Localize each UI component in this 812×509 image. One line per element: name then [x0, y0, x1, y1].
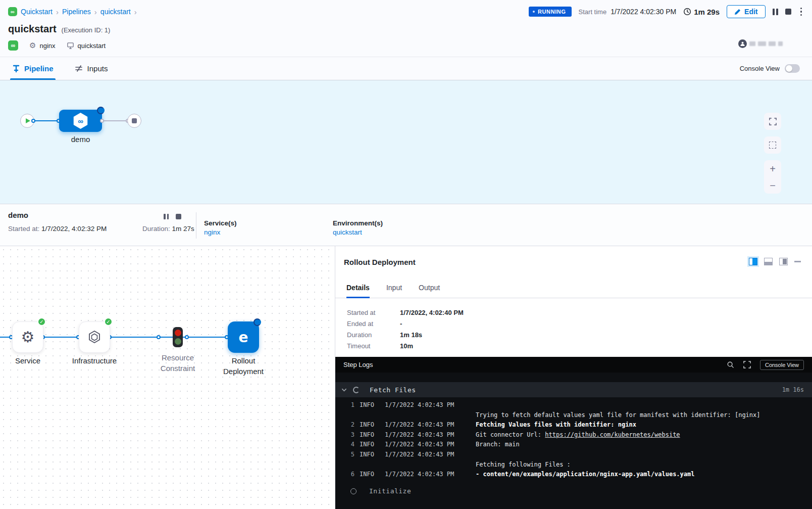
pause-execution-button[interactable] [773, 9, 778, 15]
step-details-fields: Started at1/7/2022, 4:02:40 PM Ended at-… [335, 298, 812, 357]
avatar-icon [738, 39, 747, 48]
stop-execution-button[interactable] [785, 9, 791, 15]
tab-input[interactable]: Input [386, 277, 402, 298]
pipeline-stage-icon: ∞ [73, 113, 89, 129]
stop-stage-button[interactable] [176, 214, 181, 219]
log-section-initialize[interactable]: Initialize [335, 484, 812, 499]
traffic-light-red-icon [175, 330, 181, 336]
zoom-out-button[interactable]: − [770, 180, 776, 191]
infrastructure-hexagon-icon [87, 330, 102, 345]
tab-output[interactable]: Output [419, 277, 440, 298]
end-node[interactable] [127, 114, 141, 128]
rollout-deployment-icon: e [239, 329, 248, 346]
step-details-panel: Rollout Deployment Details Input Output … [335, 246, 812, 509]
chevron-right-icon: › [134, 8, 137, 16]
connector-dot [31, 119, 35, 123]
view-tabbar: Pipeline Inputs Console View [0, 57, 812, 80]
status-badge: RUNNING [529, 7, 572, 17]
stage-graph-canvas[interactable]: ∞ demo + − [0, 80, 812, 204]
node-resource-constraint[interactable] [173, 327, 183, 347]
git-connector-link[interactable]: https://github.com/kubernetes/website [545, 431, 680, 438]
page-title: quickstart [8, 23, 57, 35]
console-view-button[interactable]: Console View [760, 360, 804, 370]
stop-icon [132, 118, 137, 123]
breadcrumb-pipelines[interactable]: Pipelines [62, 8, 91, 16]
log-line: 6INFO1/7/2022 4:02:43 PM- content/en/exa… [335, 470, 812, 480]
user-avatars [738, 39, 783, 48]
node-label-resource-constraint: Resource Constraint [150, 352, 206, 374]
play-icon [26, 118, 30, 123]
execution-id: (Execution ID: 1) [62, 26, 111, 34]
edge [183, 337, 228, 338]
chevron-right-icon: › [94, 8, 97, 16]
node-label-infrastructure: Infrastructure [64, 355, 125, 366]
clock-icon [683, 8, 691, 16]
field-duration: Duration1m 18s [347, 331, 812, 339]
breadcrumb-pipeline-name[interactable]: quickstart [100, 8, 131, 16]
start-time-label: Start time [579, 8, 607, 16]
console-title: Step Logs [343, 361, 373, 368]
environment-link[interactable]: quickstart [333, 228, 362, 236]
environment-icon [67, 42, 74, 50]
log-line-wrap: Trying to fetch default values yaml file… [335, 410, 812, 421]
panel-layout-controls [749, 258, 801, 265]
stage-node-demo[interactable]: ∞ [59, 110, 102, 132]
node-rollout-deployment[interactable]: e [228, 321, 259, 353]
field-started-at: Started at1/7/2022, 4:02:40 PM [347, 309, 812, 316]
layout-panel-button[interactable] [779, 258, 788, 265]
node-label-rollout-deployment: Rollout Deployment [216, 355, 271, 377]
tab-inputs[interactable]: Inputs [75, 57, 108, 80]
redacted-text [758, 41, 766, 46]
fullscreen-icon [769, 118, 777, 125]
log-line: 4INFO1/7/2022 4:02:43 PMBranch: main [335, 440, 812, 450]
panel-title: Rollout Deployment [344, 258, 416, 266]
section-duration: 1m 16s [782, 386, 804, 393]
stage-controls [164, 214, 181, 219]
edge [101, 120, 128, 121]
edge [110, 337, 173, 338]
stage-duration: Duration: 1m 27s [142, 225, 194, 233]
node-service[interactable]: ⚙ [12, 321, 43, 353]
console-body: Fetch Files 1m 16s 1INFO1/7/2022 4:02:43… [335, 373, 812, 509]
tab-details[interactable]: Details [346, 277, 370, 298]
environments-label: Environment(s) [333, 219, 383, 227]
zoom-in-button[interactable]: + [770, 164, 776, 174]
log-line-wrap: Fetching following Files : [335, 460, 812, 470]
console-view-toggle[interactable] [785, 64, 800, 73]
layout-right-split-button[interactable] [749, 258, 757, 265]
pause-stage-button[interactable] [164, 214, 169, 219]
redacted-text [778, 41, 783, 46]
edit-button[interactable]: Edit [727, 5, 765, 18]
chevron-right-icon: › [56, 8, 59, 16]
stage-label: demo [59, 135, 102, 144]
node-infrastructure[interactable] [79, 321, 110, 353]
page-header: ∞ Quickstart › Pipelines › quickstart › … [0, 0, 812, 57]
harness-logo-icon: ∞ [8, 7, 17, 16]
minimize-panel-button[interactable] [794, 261, 801, 262]
divider [196, 212, 196, 239]
breadcrumb: ∞ Quickstart › Pipelines › quickstart › [8, 7, 137, 16]
layout-bottom-split-button[interactable] [764, 258, 773, 265]
service-link[interactable]: nginx [204, 228, 220, 236]
log-section-fetch-files[interactable]: Fetch Files 1m 16s [335, 382, 812, 397]
expand-icon[interactable] [743, 361, 751, 368]
execution-graph-canvas[interactable]: ⚙ ✓ ✓ e Service Infrastructure Reso [0, 246, 335, 509]
pencil-icon [734, 9, 741, 15]
fullscreen-button[interactable] [764, 113, 781, 130]
search-icon[interactable] [727, 361, 734, 368]
tab-pipeline[interactable]: Pipeline [12, 57, 54, 80]
stage-summary-bar: demo Started at: 1/7/2022, 4:02:32 PM Du… [0, 204, 812, 246]
more-options-button[interactable] [798, 8, 804, 16]
connector-dot [185, 335, 189, 339]
field-ended-at: Ended at- [347, 320, 812, 328]
cd-module-icon: ∞ [8, 40, 18, 51]
loading-spinner-icon [353, 387, 360, 393]
step-logs-console: Step Logs Console View [335, 357, 812, 509]
marquee-select-button[interactable] [764, 136, 781, 154]
start-time-value: 1/7/2022 4:02:30 PM [611, 8, 676, 16]
console-header: Step Logs Console View [335, 357, 812, 373]
environment-tag[interactable]: quickstart [67, 42, 106, 50]
breadcrumb-quickstart[interactable]: Quickstart [21, 8, 53, 16]
services-label: Service(s) [204, 219, 237, 227]
service-tag[interactable]: ⚙ nginx [29, 41, 56, 50]
